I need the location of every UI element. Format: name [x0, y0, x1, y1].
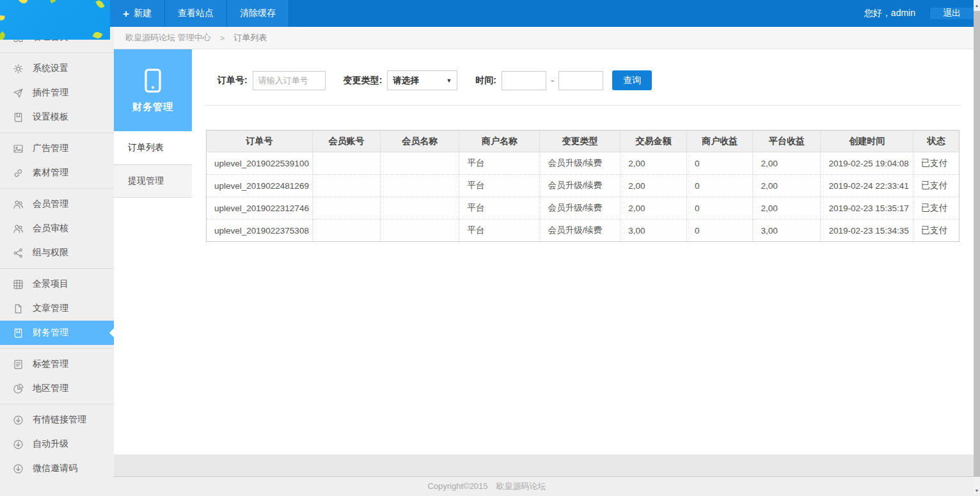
book-icon [13, 112, 24, 123]
table-cell: 2,00 [753, 175, 821, 197]
submenu-item-withdraw[interactable]: 提现管理 [114, 164, 192, 198]
download-icon [13, 439, 24, 450]
table-cell: 0 [686, 175, 753, 197]
sidebar-item-member-review[interactable]: 会员审核 [0, 216, 114, 241]
table-cell: 平台 [459, 175, 540, 197]
time-end-input[interactable] [558, 71, 603, 90]
leaf-decoration [95, 0, 104, 9]
sidebar-item-regions[interactable]: 地区管理 [0, 376, 114, 401]
submenu-item-order-list[interactable]: 订单列表 [114, 131, 192, 164]
leaf-decoration [92, 31, 102, 40]
column-header: 商户名称 [459, 131, 540, 152]
view-site-button[interactable]: 查看站点 [165, 0, 227, 27]
scrollbar-thumb[interactable] [974, 11, 980, 477]
sidebar-item-plugins[interactable]: 插件管理 [0, 81, 114, 105]
content-bottom-strip [114, 454, 974, 477]
sidebar-item-auto-upgrade[interactable]: 自动升级 [0, 432, 114, 456]
panorama-icon [13, 279, 24, 290]
order-no-input[interactable] [253, 71, 326, 90]
new-button[interactable]: +新建 [110, 0, 165, 27]
column-header: 订单号 [207, 131, 313, 152]
table-header-row: 订单号会员账号会员名称商户名称变更类型交易金额商户收益平台收益创建时间状态 [207, 131, 960, 152]
table-cell: 会员升级/续费 [540, 175, 620, 197]
link-icon [13, 168, 24, 179]
time-range-separator: - [551, 75, 554, 86]
table-cell [312, 152, 380, 175]
breadcrumb-site[interactable]: 欧皇源码论坛 管理中心 [125, 32, 211, 44]
change-type-label: 变更类型: [344, 75, 383, 86]
submenu-item-label: 提现管理 [128, 175, 164, 187]
filter-bar: 订单号: 变更类型: 请选择 ▼ 时间: - 查询 [192, 49, 974, 90]
table-cell: 0 [686, 197, 753, 220]
change-type-select[interactable]: 请选择 ▼ [387, 70, 457, 90]
table-cell: 2,00 [620, 175, 687, 197]
table-cell: 2,00 [620, 197, 687, 220]
logout-button[interactable]: 退出 [929, 8, 974, 19]
sidebar-item-panorama-projects[interactable]: 全景项目 [0, 272, 114, 296]
scrollbar[interactable]: ▲ ▼ [974, 0, 980, 496]
sidebar-item-ads[interactable]: 广告管理 [0, 136, 114, 161]
chevron-down-icon: ▼ [446, 77, 452, 84]
sidebar-divider [0, 404, 114, 404]
users-icon [13, 199, 24, 210]
table-cell: 已支付 [913, 197, 960, 220]
sidebar-item-friend-links[interactable]: 有情链接管理 [0, 408, 114, 432]
table-cell: 平台 [459, 220, 540, 242]
leaf-decoration [0, 31, 6, 40]
table-cell: 2,00 [620, 152, 687, 175]
breadcrumb-current: 订单列表 [233, 32, 267, 44]
table-row: uplevel_2019022539100平台会员升级/续费2,0002,002… [207, 152, 960, 175]
table-cell: 平台 [459, 197, 540, 220]
paper-plane-icon [13, 88, 24, 99]
book-icon [13, 328, 24, 339]
table-cell: 已支付 [913, 152, 960, 175]
table-cell [380, 197, 459, 220]
table-cell: 已支付 [913, 220, 960, 242]
table-cell: uplevel_2019022539100 [207, 152, 313, 175]
sidebar-item-members[interactable]: 会员管理 [0, 192, 114, 216]
table-cell: 2019-02-24 22:33:41 [821, 175, 913, 197]
sidebar-item-label: 设置模板 [33, 111, 68, 123]
sidebar-item-label: 财务管理 [33, 327, 68, 339]
note-icon [13, 359, 24, 370]
table-cell [380, 175, 459, 197]
sidebar-item-system-settings[interactable]: 系统设置 [0, 56, 114, 81]
column-header: 商户收益 [686, 131, 753, 152]
order-no-label: 订单号: [217, 75, 248, 86]
sidebar-item-tags[interactable]: 标签管理 [0, 352, 114, 376]
phone-icon [140, 68, 166, 93]
sidebar-item-groups-permissions[interactable]: 组与权限 [0, 241, 114, 265]
main-content: 订单号: 变更类型: 请选择 ▼ 时间: - 查询 订单号会员账号会员名称商户名… [192, 49, 974, 454]
column-header: 变更类型 [540, 131, 620, 152]
users-icon [13, 223, 24, 234]
sidebar-item-finance[interactable]: 财务管理 [0, 321, 114, 345]
sidebar-item-articles[interactable]: 文章管理 [0, 296, 114, 321]
table-row: uplevel_2019022481269平台会员升级/续费2,0002,002… [207, 175, 960, 197]
site-logo[interactable] [0, 0, 110, 40]
table-cell: uplevel_2019022312746 [207, 197, 313, 220]
breadcrumb-separator: > [220, 33, 225, 43]
table-cell [312, 220, 380, 242]
image-icon [13, 143, 24, 154]
sidebar-item-templates[interactable]: 设置模板 [0, 105, 114, 129]
sidebar-item-materials[interactable]: 素材管理 [0, 161, 114, 185]
table-cell: 2019-02-23 15:35:17 [821, 197, 913, 220]
table-cell: 会员升级/续费 [540, 152, 620, 175]
sidebar-item-label: 自动升级 [33, 438, 68, 450]
time-start-input[interactable] [502, 71, 546, 90]
sidebar-item-label: 插件管理 [33, 87, 68, 99]
sidebar-item-label: 标签管理 [33, 358, 68, 370]
scroll-down-arrow[interactable]: ▼ [974, 486, 980, 495]
sidebar-item-wechat-invite-code[interactable]: 微信邀请码 [0, 456, 114, 481]
topbar-button-label: 新建 [134, 8, 152, 19]
submenu-header: 财务管理 [114, 49, 192, 131]
pie-icon [13, 383, 24, 394]
clear-cache-button[interactable]: 清除缓存 [227, 0, 289, 27]
gear-icon [13, 63, 24, 74]
topbar: +新建查看站点清除缓存 您好，admin 退出 [110, 0, 974, 27]
column-header: 会员账号 [312, 131, 380, 152]
table-cell [380, 152, 459, 175]
search-button[interactable]: 查询 [612, 70, 652, 90]
divider [205, 105, 961, 106]
scroll-up-arrow[interactable]: ▲ [974, 1, 980, 10]
